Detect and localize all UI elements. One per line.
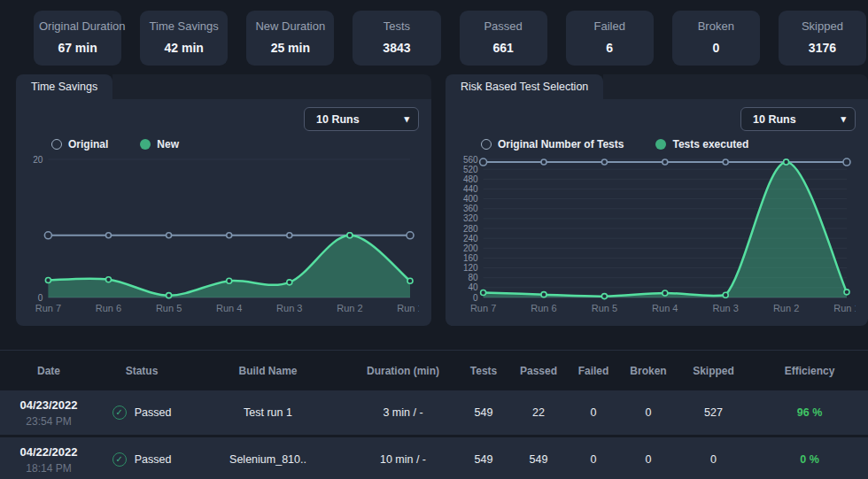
svg-text:Run 5: Run 5	[592, 303, 617, 313]
run-time: 18:14 PM	[0, 462, 97, 475]
svg-text:Run 1: Run 1	[833, 303, 856, 313]
svg-text:Run 5: Run 5	[156, 303, 182, 313]
tab-time-savings[interactable]: Time Savings	[16, 74, 112, 99]
chevron-down-icon: ▾	[404, 113, 409, 125]
efficiency-cell: 0 %	[751, 453, 868, 466]
col-header-broken: Broken	[621, 365, 676, 377]
legend-swatch-outline-icon	[51, 139, 62, 150]
broken-cell: 0	[621, 406, 676, 419]
legend-item-original-number-of-tests[interactable]: Original Number of Tests	[481, 138, 624, 151]
run-time: 23:54 PM	[0, 415, 97, 428]
table-row[interactable]: 04/22/2022 18:14 PM ✓ Passed Selenium_81…	[0, 437, 868, 479]
svg-text:400: 400	[463, 194, 478, 204]
failed-cell: 0	[566, 406, 621, 419]
stat-label: Broken	[678, 19, 755, 33]
passed-check-icon: ✓	[112, 406, 127, 420]
stat-label: Tests	[358, 19, 435, 33]
svg-text:520: 520	[463, 165, 478, 174]
legend-item-tests-executed[interactable]: Tests executed	[655, 138, 748, 151]
summary-stats-row: Original Duration 67 min Time Savings 42…	[34, 11, 866, 66]
status-badge: Passed	[135, 453, 172, 466]
build-name-cell[interactable]: Test run 1	[186, 406, 350, 419]
stat-label: Skipped	[784, 19, 861, 33]
svg-text:Run 2: Run 2	[337, 303, 362, 313]
svg-text:480: 480	[463, 174, 478, 184]
stat-card-skipped: Skipped 3176	[779, 11, 866, 66]
legend-label: New	[157, 138, 179, 151]
col-header-duration: Duration (min)	[350, 365, 456, 377]
stat-card-passed: Passed 661	[460, 11, 547, 66]
time-savings-body: 10 Runs ▾ Original New 020Run 7Run 6Run …	[16, 99, 431, 326]
svg-text:Run 6: Run 6	[96, 303, 121, 313]
runs-filter-value: 10 Runs	[753, 113, 796, 126]
stat-value: 6	[571, 41, 648, 55]
tab-filler	[112, 74, 431, 99]
svg-text:320: 320	[463, 213, 478, 223]
svg-text:Run 6: Run 6	[531, 303, 556, 313]
legend-label: Original Number of Tests	[498, 138, 624, 151]
run-date: 04/23/2022	[0, 398, 97, 412]
legend-label: Original	[68, 138, 108, 151]
col-header-skipped: Skipped	[676, 365, 751, 377]
svg-text:200: 200	[463, 243, 478, 253]
svg-text:Run 2: Run 2	[773, 303, 799, 313]
risk-based-body: 10 Runs ▾ Original Number of Tests Tests…	[446, 99, 868, 326]
legend-item-new[interactable]: New	[140, 138, 179, 151]
stat-card-failed: Failed 6	[566, 11, 654, 66]
skipped-cell: 527	[676, 406, 751, 419]
time-savings-tabs: Time Savings	[16, 74, 431, 99]
svg-text:80: 80	[468, 273, 478, 282]
build-name-cell[interactable]: Selenium_810..	[186, 453, 350, 466]
col-header-build-name: Build Name	[186, 365, 350, 377]
runs-filter-select[interactable]: 10 Runs ▾	[304, 107, 419, 131]
stat-label: New Duration	[252, 19, 329, 33]
legend-swatch-outline-icon	[481, 139, 492, 150]
svg-text:560: 560	[463, 155, 478, 165]
legend-swatch-filled-icon	[140, 139, 151, 150]
stat-card-time-savings: Time Savings 42 min	[140, 11, 228, 66]
runs-table: Date Status Build Name Duration (min) Te…	[0, 350, 868, 479]
runs-filter-select[interactable]: 10 Runs ▾	[740, 107, 856, 131]
risk-based-tabs: Risk Based Test Selection	[446, 74, 868, 99]
risk-based-legend: Original Number of Tests Tests executed	[481, 136, 856, 152]
legend-item-original[interactable]: Original	[51, 138, 108, 151]
svg-text:Run 3: Run 3	[713, 303, 739, 313]
broken-cell: 0	[621, 453, 676, 466]
time-savings-legend: Original New	[51, 136, 419, 152]
col-header-date: Date	[0, 365, 97, 377]
duration-cell: 3 min / -	[350, 406, 456, 419]
stat-label: Failed	[571, 19, 648, 33]
stat-value: 0	[678, 41, 755, 55]
svg-text:360: 360	[463, 204, 478, 213]
failed-cell: 0	[566, 453, 621, 466]
tab-risk-based-test-selection[interactable]: Risk Based Test Selection	[446, 74, 603, 99]
table-row[interactable]: 04/23/2022 23:54 PM ✓ Passed Test run 1 …	[0, 390, 868, 435]
runs-filter-value: 10 Runs	[316, 113, 360, 126]
time-savings-panel: Time Savings 10 Runs ▾ Original New	[16, 74, 431, 322]
svg-text:40: 40	[468, 282, 478, 292]
passed-check-icon: ✓	[112, 452, 127, 467]
duration-cell: 10 min / -	[350, 453, 456, 466]
charts-row: Time Savings 10 Runs ▾ Original New	[16, 74, 868, 322]
svg-text:0: 0	[38, 293, 43, 303]
status-cell: ✓ Passed	[97, 406, 186, 420]
svg-text:Run 7: Run 7	[35, 303, 61, 313]
tab-filler	[603, 74, 868, 99]
stat-value: 661	[465, 41, 542, 55]
col-header-failed: Failed	[566, 365, 621, 377]
chevron-down-icon: ▾	[841, 113, 846, 125]
svg-text:Run 7: Run 7	[470, 303, 496, 313]
stat-label: Time Savings	[145, 19, 222, 33]
stat-label: Original Duration	[39, 19, 116, 33]
status-cell: ✓ Passed	[97, 452, 186, 467]
svg-text:440: 440	[463, 184, 478, 194]
col-header-status: Status	[97, 365, 186, 377]
skipped-cell: 0	[676, 453, 751, 466]
time-savings-chart: 020Run 7Run 6Run 5Run 4Run 3Run 2Run 1	[28, 152, 419, 317]
stat-card-broken: Broken 0	[672, 11, 760, 66]
svg-text:Run 4: Run 4	[216, 303, 242, 313]
stat-label: Passed	[465, 19, 542, 33]
passed-cell: 549	[511, 453, 566, 466]
date-cell: 04/22/2022 18:14 PM	[0, 445, 97, 475]
svg-text:0: 0	[473, 293, 478, 303]
